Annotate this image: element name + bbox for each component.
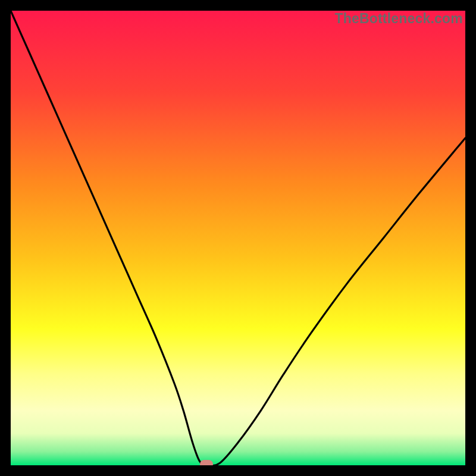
watermark-text: TheBottleneck.com bbox=[334, 11, 463, 27]
bottleneck-curve bbox=[11, 11, 465, 465]
plot-area: TheBottleneck.com bbox=[11, 11, 465, 465]
chart-frame: TheBottleneck.com bbox=[0, 0, 476, 476]
optimal-point-marker bbox=[200, 460, 213, 465]
